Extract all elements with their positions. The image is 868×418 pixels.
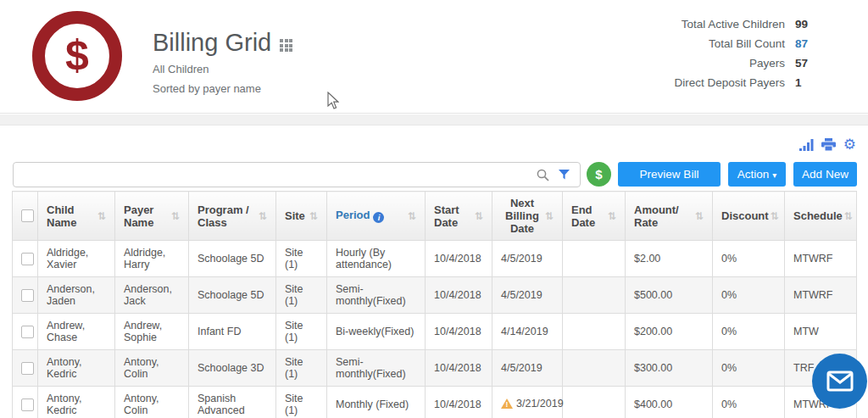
search-icon[interactable] [537, 169, 549, 181]
header-schedule[interactable]: Schedule⇅ [785, 192, 857, 241]
cell-end-date [563, 387, 626, 418]
sort-icon[interactable]: ⇅ [608, 210, 616, 222]
action-dropdown-button[interactable]: Action▾ [728, 162, 786, 187]
table-row: Aldridge, Xavier Aldridge, Harry Schoola… [13, 241, 857, 277]
next-billing-date-value: 3/21/2019 [516, 398, 564, 410]
header-site[interactable]: Site⇅ [276, 192, 327, 241]
cell-child-name: Antony, Kedric [38, 387, 115, 418]
table-row: Antony, Kedric Antony, Colin Schoolage 3… [13, 350, 857, 387]
header-start-date[interactable]: Start Date⇅ [426, 192, 492, 241]
stat-label: Total Bill Count [709, 37, 785, 50]
cell-next-billing-date: 4/5/2019 [492, 350, 563, 387]
analytics-icon[interactable] [799, 139, 814, 151]
sort-icon[interactable]: ⇅ [309, 210, 318, 222]
sort-icon[interactable]: ⇅ [475, 210, 483, 222]
sort-icon[interactable]: ⇅ [695, 210, 704, 222]
filter-icon[interactable] [559, 170, 570, 180]
mouse-cursor [327, 92, 339, 109]
stat-value-link[interactable]: 87 [795, 37, 815, 50]
row-checkbox[interactable] [21, 398, 34, 411]
cell-schedule: MTW [785, 314, 857, 350]
table-row: Antony, Kedric Antony, Colin Spanish Adv… [13, 387, 857, 418]
column-label: Schedule [793, 209, 843, 222]
grid-view-icon[interactable] [280, 39, 292, 52]
cell-program-class: Schoolage 5D [189, 241, 276, 277]
header-divider-strip [0, 114, 868, 125]
billing-logo-icon: $ [32, 11, 122, 101]
settings-gear-icon[interactable]: ⚙ [843, 137, 856, 152]
select-all-checkbox[interactable] [21, 209, 34, 222]
header-end-date[interactable]: End Date⇅ [563, 192, 626, 241]
row-checkbox[interactable] [21, 362, 34, 375]
sort-icon[interactable]: ⇅ [408, 210, 416, 222]
sort-icon[interactable]: ⇅ [97, 210, 106, 222]
header-payer-name[interactable]: Payer Name⇅ [115, 192, 189, 241]
cell-period: Monthly (Fixed) [327, 387, 426, 418]
sort-icon[interactable]: ⇅ [771, 210, 779, 222]
column-label: Discount [721, 209, 769, 222]
cell-discount: 0% [713, 277, 785, 314]
cell-end-date [563, 350, 626, 387]
header-program-class[interactable]: Program / Class⇅ [189, 192, 276, 241]
header-next-billing-date[interactable]: Next Billing Date⇅ [492, 192, 563, 241]
cell-child-name: Andrew, Chase [38, 314, 115, 350]
sort-icon[interactable]: ⇅ [545, 210, 554, 222]
cell-amount-rate: $200.00 [626, 314, 713, 350]
cell-discount: 0% [713, 387, 785, 418]
cell-end-date [563, 314, 626, 350]
cell-amount-rate: $300.00 [626, 350, 713, 387]
page-header: $ Billing Grid All Children Sorted by pa… [0, 0, 868, 114]
cell-payer-name: Andrew, Sophie [115, 314, 189, 350]
cell-start-date: 10/4/2018 [426, 241, 492, 277]
column-label: Next Billing Date [501, 197, 543, 235]
sort-icon[interactable]: ⇅ [844, 210, 853, 222]
header-amount-rate[interactable]: Amount/ Rate⇅ [626, 192, 713, 241]
title-block: Billing Grid All Children Sorted by paye… [153, 29, 292, 96]
info-icon[interactable]: i [373, 212, 384, 223]
print-icon[interactable] [821, 138, 836, 151]
column-label: Amount/ Rate [634, 203, 693, 229]
cell-program-class: Infant FD [189, 314, 276, 350]
billing-grid-page: $ Billing Grid All Children Sorted by pa… [0, 0, 868, 418]
action-label: Action [737, 168, 770, 181]
subtitle-scope: All Children [153, 62, 292, 76]
caret-down-icon: ▾ [772, 170, 776, 180]
column-label: Site [285, 209, 308, 222]
stat-label: Direct Deposit Payers [674, 76, 785, 89]
header-child-name[interactable]: Child Name⇅ [38, 192, 115, 241]
cell-site: Site (1) [276, 350, 327, 387]
stat-total-bill-count: Total Bill Count 87 [674, 34, 815, 53]
preview-bill-button[interactable]: Preview Bill [618, 162, 721, 187]
cell-payer-name: Antony, Colin [115, 350, 189, 387]
sort-icon[interactable]: ⇅ [171, 210, 180, 222]
chat-support-button[interactable] [812, 354, 867, 409]
row-checkbox[interactable] [21, 326, 34, 338]
cell-next-billing-date: 4/5/2019 [492, 241, 563, 277]
stat-label: Payers [749, 57, 785, 70]
table-row: Anderson, Jaden Anderson, Jack Schoolage… [13, 277, 857, 314]
cell-period: Hourly (By attendance) [327, 241, 426, 277]
stat-direct-deposit-payers: Direct Deposit Payers 1 [674, 73, 815, 92]
header-select-all [13, 192, 38, 241]
add-new-button[interactable]: Add New [793, 162, 857, 187]
cell-site: Site (1) [276, 314, 327, 350]
search-input[interactable] [20, 163, 529, 187]
cell-next-billing-date: 4/5/2019 [492, 277, 563, 314]
sort-icon[interactable]: ⇅ [259, 210, 267, 222]
envelope-icon [826, 371, 854, 392]
cell-start-date: 10/4/2018 [426, 350, 492, 387]
cell-end-date [563, 241, 626, 277]
row-checkbox[interactable] [21, 289, 34, 302]
column-label: Payer Name [124, 203, 170, 229]
stat-value: 57 [795, 57, 815, 70]
page-title: Billing Grid [153, 29, 271, 57]
billing-dollar-button[interactable]: $ [587, 162, 611, 187]
column-label: Periodi [336, 209, 406, 223]
table-row: Andrew, Chase Andrew, Sophie Infant FD S… [13, 314, 857, 350]
cell-schedule: MTWRF [785, 277, 857, 314]
row-checkbox[interactable] [21, 253, 34, 265]
cell-child-name: Aldridge, Xavier [38, 241, 115, 277]
header-period[interactable]: Periodi⇅ [327, 192, 426, 241]
header-discount[interactable]: Discount⇅ [713, 192, 785, 241]
cell-next-billing-date: ! 3/21/2019 [492, 387, 563, 418]
